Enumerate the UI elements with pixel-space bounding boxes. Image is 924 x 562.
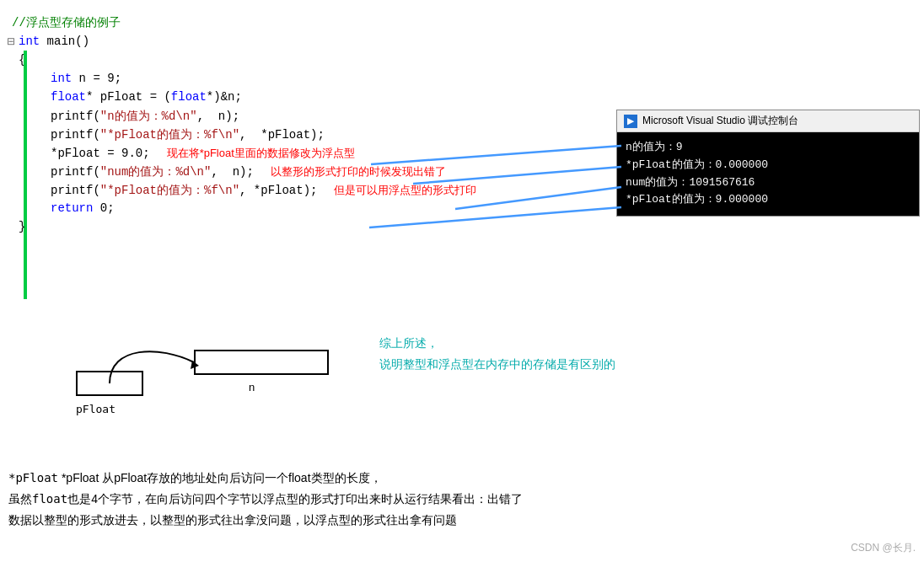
explanation-line1: *pFloat *pFloat 从pFloat存放的地址处向后访问一个float…	[8, 468, 894, 489]
mem-box-n	[194, 350, 329, 375]
summary-line2: 说明整型和浮点型在内存中的存储是有区别的	[379, 354, 615, 375]
console-line-1: n的值为：9	[626, 139, 911, 157]
exp-prefix: *pFloat	[8, 471, 58, 484]
code-area: //浮点型存储的例子 ⊟ int main() { int n = 9; flo…	[0, 0, 615, 246]
exp-text1: *pFloat 从pFloat存放的地址处向后访问一个float类型的长度，	[62, 471, 382, 484]
console-titlebar: ▶ Microsoft Visual Studio 调试控制台	[617, 110, 919, 132]
console-title: Microsoft Visual Studio 调试控制台	[642, 114, 798, 128]
code-line-7: printf("*pFloat的值为：%f\n", *pFloat); 但是可以…	[0, 182, 615, 201]
code-line-5: *pFloat = 9.0; 现在将*pFloat里面的数据修改为浮点型	[0, 145, 615, 163]
float-mono: float	[32, 492, 67, 506]
code-7: printf("*pFloat的值为：%f\n", *pFloat);	[51, 183, 317, 198]
comment-line: //浮点型存储的例子	[0, 8, 615, 34]
minus-icon: ⊟	[7, 35, 19, 47]
code-8: return 0;	[51, 201, 115, 215]
main-func: int main()	[19, 35, 89, 48]
watermark: CSDN @长月.	[851, 541, 916, 555]
console-line-4: *pFloat的值为：9.000000	[626, 191, 911, 209]
mem-box-pfloat	[76, 371, 143, 396]
console-window: ▶ Microsoft Visual Studio 调试控制台 n的值为：9 *…	[616, 110, 920, 217]
code-3: printf("n的值为：%d\n", n);	[51, 109, 239, 124]
code-line-1: int n = 9;	[0, 71, 615, 89]
mem-label-n: n	[249, 381, 255, 393]
code-line-brace-open: {	[0, 52, 615, 71]
summary-text: 综上所述， 说明整型和浮点型在内存中的存储是有区别的	[379, 333, 615, 375]
code-line-8: return 0;	[0, 201, 615, 219]
console-line-3: num的值为：1091567616	[626, 174, 911, 192]
comment-text: //浮点型存储的例子	[12, 16, 121, 29]
diagram-area: pFloat n 综上所述， 说明整型和浮点型在内存中的存储是有区别的	[0, 329, 924, 463]
code-5: *pFloat = 9.0;	[51, 147, 150, 160]
console-line-2: *pFloat的值为：0.000000	[626, 157, 911, 174]
code-line-6: printf("num的值为：%d\n", n); 以整形的形式打印的时候发现出…	[0, 163, 615, 182]
annotation-1: 现在将*pFloat里面的数据修改为浮点型	[167, 146, 355, 161]
code-2: float* pFloat = (float*)&n;	[51, 90, 242, 104]
code-1: int n = 9;	[51, 72, 121, 85]
console-body: n的值为：9 *pFloat的值为：0.000000 num的值为：109156…	[617, 132, 919, 216]
main-container: //浮点型存储的例子 ⊟ int main() { int n = 9; flo…	[0, 0, 924, 562]
console-icon: ▶	[624, 115, 637, 128]
code-line-4: printf("*pFloat的值为：%f\n", *pFloat);	[0, 126, 615, 145]
explanation: *pFloat *pFloat 从pFloat存放的地址处向后访问一个float…	[8, 468, 894, 532]
code-line-2: float* pFloat = (float*)&n;	[0, 89, 615, 108]
explanation-line2: 虽然float也是4个字节，在向后访问四个字节以浮点型的形式打印出来时从运行结果…	[8, 489, 894, 510]
annotation-3: 但是可以用浮点型的形式打印	[334, 183, 476, 198]
diagram-inner: pFloat n 综上所述， 说明整型和浮点型在内存中的存储是有区别的	[25, 329, 924, 463]
code-4: printf("*pFloat的值为：%f\n", *pFloat);	[51, 127, 325, 142]
brace-close: }	[19, 220, 25, 233]
explanation-line3: 数据以整型的形式放进去，以整型的形式往出拿没问题，以浮点型的形式往出拿有问题	[8, 510, 894, 531]
annotation-2: 以整形的形式打印的时候发现出错了	[271, 164, 446, 179]
code-6: printf("num的值为：%d\n", n);	[51, 164, 254, 179]
code-line-3: printf("n的值为：%d\n", n);	[0, 108, 615, 126]
code-line-brace-close: }	[0, 219, 615, 238]
code-line-main: ⊟ int main()	[0, 34, 615, 52]
mem-label-pfloat: pFloat	[76, 403, 116, 415]
summary-line1: 综上所述，	[379, 333, 615, 354]
